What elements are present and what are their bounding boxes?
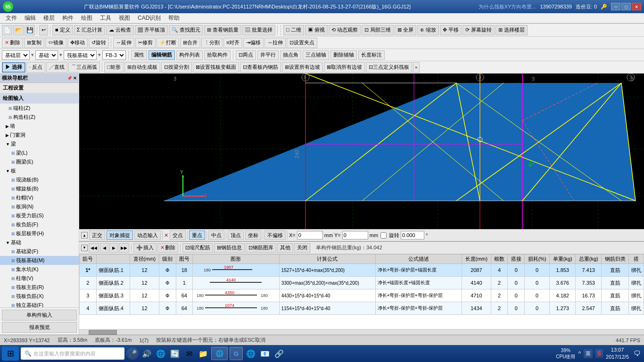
tb-cloud[interactable]: ☁ 云检查 bbox=[106, 25, 134, 35]
centerpoint-btn[interactable]: 中点 bbox=[208, 230, 224, 240]
taskbar-app8[interactable]: 🔗 bbox=[273, 347, 285, 360]
tb-save[interactable]: 💾 bbox=[25, 25, 35, 35]
sidebar-item-structcol[interactable]: ⊞构造柱(Z) bbox=[0, 113, 79, 122]
sidebar-item-slabhole[interactable]: ⊞板洞(N) bbox=[0, 202, 79, 211]
start-button[interactable]: ⊞ bbox=[2, 346, 19, 361]
menu-绘图[interactable]: 绘图 bbox=[77, 13, 96, 23]
tb-partial3d[interactable]: ⊡ 局部三维 bbox=[362, 25, 394, 35]
menu-构件[interactable]: 构件 bbox=[58, 13, 77, 23]
object-snap-btn[interactable]: 对象捕捉 bbox=[107, 230, 133, 240]
taskbar-cortana[interactable]: 🔊 bbox=[140, 347, 153, 360]
sidebar-item-wall[interactable]: ▶墙 bbox=[0, 122, 79, 131]
tb-parts-list[interactable]: 构件列表 bbox=[176, 50, 203, 60]
tb-flatboard[interactable]: ▦ 齐平板顶 bbox=[135, 25, 168, 35]
dynamic-input-btn[interactable]: 动态输入 bbox=[134, 230, 161, 240]
rebar-delete-btn[interactable]: ✕删除 bbox=[157, 243, 178, 253]
tb-trim[interactable]: ✂修剪 bbox=[135, 38, 156, 48]
table-row[interactable]: 3 侧面纵筋.3 12 Ф 64 1804350180 4430+15*d-40… bbox=[80, 289, 644, 302]
rebar-table-container[interactable]: 筋号 直径(mm) 级别 图号 图形 计算公式 公式描述 长度(mm) 根数 bbox=[79, 254, 644, 329]
rebar-other-btn[interactable]: 其他 bbox=[277, 243, 293, 253]
single-element-btn[interactable]: 单构件输入 bbox=[2, 310, 77, 321]
sidebar-item-colcap[interactable]: ⊞柱帽(V) bbox=[0, 193, 79, 202]
sidebar-item-raftneg[interactable]: ⊞筏板负筋(X) bbox=[0, 292, 79, 301]
tb-merge[interactable]: ⊞合并 bbox=[180, 38, 200, 48]
cad-canvas-area[interactable]: 240 3 3 3 45° bbox=[79, 74, 644, 229]
tb-pick[interactable]: 拾取构件 bbox=[204, 50, 231, 60]
rebar-close-btn[interactable]: 关闭 bbox=[294, 243, 310, 253]
tb-mirror[interactable]: ⇔镜像 bbox=[45, 38, 66, 48]
tb-undo[interactable]: ↩ bbox=[39, 25, 48, 35]
tb-rectangle[interactable]: □矩形 bbox=[104, 62, 124, 73]
tb-viewrebar[interactable]: ⊞ 查看钢筋量 bbox=[204, 25, 241, 35]
sidebar-item-slabband[interactable]: ⊞板层板带(H) bbox=[0, 229, 79, 238]
sidebar-item-slabforce[interactable]: ⊞板受力筋(S) bbox=[0, 211, 79, 220]
tb-zoom[interactable]: ⊕ 缩放 bbox=[417, 25, 439, 35]
tb-twopoint[interactable]: ⊡两点 bbox=[236, 50, 256, 60]
element-type-select[interactable]: 筏板基础 bbox=[64, 50, 97, 60]
tb-stretch[interactable]: ↔拉伸 bbox=[264, 38, 286, 48]
tb-screenrotate[interactable]: ⟳ 屏幕旋转 bbox=[462, 25, 495, 35]
sidebar-close[interactable]: ✕ bbox=[73, 76, 77, 81]
maximize-btn[interactable]: □ bbox=[621, 3, 631, 10]
tb-align[interactable]: ≡对齐 bbox=[223, 38, 242, 48]
tb-arc[interactable]: ⌒三点画弧 bbox=[68, 62, 100, 73]
tb-select[interactable]: ▶ 选择 bbox=[2, 62, 25, 73]
tb-offset[interactable]: ⇥偏移 bbox=[243, 38, 264, 48]
menu-楼层[interactable]: 楼层 bbox=[40, 13, 58, 23]
taskbar-explorer[interactable]: 📁 bbox=[197, 347, 209, 360]
rebar-nav-prev[interactable]: ◀ bbox=[100, 243, 108, 253]
rebar-info-btn[interactable]: ⊞钢筋信息 bbox=[214, 243, 245, 253]
menu-tools[interactable]: 工具 bbox=[96, 13, 115, 23]
rebar-scale-btn[interactable]: ⊡缩尺配筋 bbox=[182, 243, 213, 253]
tb-3ptslabdef[interactable]: ⊡三点定义斜筏板 bbox=[366, 62, 412, 73]
layer-select-2[interactable]: 基础 bbox=[35, 50, 58, 60]
taskbar-mic[interactable]: 🎤 bbox=[126, 347, 139, 360]
rebar-insert-btn[interactable]: ➕插入 bbox=[133, 243, 157, 253]
tb-2d[interactable]: □ 二维 bbox=[283, 25, 304, 35]
tb-sectionchange[interactable]: ⊠设置筏板变截面 bbox=[193, 62, 239, 73]
tb-dynamic[interactable]: ⟲ 动态观察 bbox=[329, 25, 361, 35]
sidebar-item-endcol[interactable]: ⊞端柱(Z) bbox=[0, 104, 79, 113]
close-btn[interactable]: ✕ bbox=[632, 3, 641, 10]
midpoint-btn[interactable]: 重点 bbox=[189, 230, 205, 240]
sidebar-item-pit[interactable]: ⊞集水坑(K) bbox=[0, 265, 79, 274]
sidebar-item-slab[interactable]: ▼板 bbox=[0, 166, 79, 175]
sidebar-item-raftmain[interactable]: ⊞筏板主筋(R) bbox=[0, 283, 79, 292]
taskbar-mail[interactable]: ✉ bbox=[183, 347, 195, 360]
tb-batchselect[interactable]: ▤ 批量选择 bbox=[242, 25, 275, 35]
intersection-btn[interactable]: 交点 bbox=[170, 230, 186, 240]
taskbar-google[interactable]: G bbox=[230, 347, 243, 360]
tb-grip[interactable]: ⊡设置夹点 bbox=[287, 38, 317, 48]
rebar-nav-last[interactable]: ▶▶ bbox=[119, 243, 129, 253]
sidebar-item-beam[interactable]: ▼梁 bbox=[0, 140, 79, 148]
sidebar-item-raftfound[interactable]: ⊞筏板基础(M) bbox=[0, 256, 79, 265]
tb-pointangle[interactable]: 抽点角 bbox=[280, 50, 301, 60]
taskbar-lang[interactable]: 英 bbox=[584, 349, 593, 358]
taskbar-app7[interactable]: 📧 bbox=[259, 347, 271, 360]
tb-extend[interactable]: ↔延伸 bbox=[113, 38, 134, 48]
tb-fullscreen[interactable]: ⊠ 全屏 bbox=[395, 25, 416, 35]
sidebar-item-spiralslab[interactable]: ⊞螺旋板(B) bbox=[0, 184, 79, 193]
question-link[interactable]: 为什么筏板XY方向布置... bbox=[479, 3, 537, 10]
tb-divide[interactable]: ⋮分割 bbox=[201, 38, 223, 48]
tb-move[interactable]: ✥移动 bbox=[67, 38, 88, 48]
tb-expand[interactable]: » bbox=[413, 62, 420, 73]
sidebar-item-slabfuneg[interactable]: ⊞板负筋(F) bbox=[0, 220, 79, 229]
sidebar-item-coldundge[interactable]: ⊞柱墩(V) bbox=[0, 274, 79, 283]
menu-cad[interactable]: CAD识别 bbox=[134, 13, 165, 23]
sidebar-item-ringbeam[interactable]: ⊞圈梁(E) bbox=[0, 157, 79, 166]
sidebar-item-drawing[interactable]: 绘图输入 bbox=[0, 93, 79, 104]
tb-pan[interactable]: ✥ 平移 bbox=[440, 25, 462, 35]
taskbar-brand-s[interactable]: S bbox=[595, 349, 603, 358]
sidebar-item-beam-l[interactable]: ⊞梁(L) bbox=[0, 148, 79, 157]
tb-autoslab[interactable]: ⊞自动生成板 bbox=[124, 62, 160, 73]
taskbar-browser[interactable]: 🌐 bbox=[211, 347, 228, 360]
sidebar-pin[interactable]: 📌 bbox=[67, 76, 72, 81]
tb-new[interactable]: 📄 bbox=[2, 25, 12, 35]
sidebar-item-indepfound[interactable]: ⊞独立基础(F) bbox=[0, 301, 79, 307]
taskbar-action-center[interactable]: 🗨 bbox=[632, 349, 642, 358]
tb-splitbybeam[interactable]: ⊡按梁分割 bbox=[161, 62, 192, 73]
rebar-nav-next[interactable]: ▶ bbox=[109, 243, 118, 253]
taskbar-app6[interactable]: 🌐 bbox=[245, 347, 257, 360]
tb-delete[interactable]: ✕删除 bbox=[2, 38, 23, 48]
